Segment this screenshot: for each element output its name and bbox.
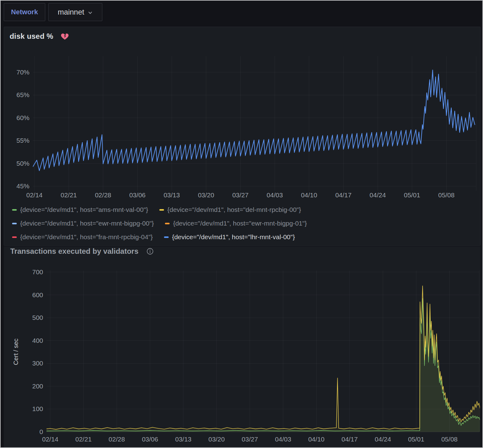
svg-text:03/27: 03/27: [232, 191, 249, 199]
legend-label[interactable]: {device="/dev/md1", host="ewr-mnt-bigpg-…: [173, 220, 307, 227]
legend-swatch-yellow: [159, 209, 164, 211]
legend-label[interactable]: {device="/dev/md1", host="ams-mnt-val-00…: [20, 206, 148, 213]
dashboard-header: Network mainnet: [1, 1, 482, 24]
svg-text:03/27: 03/27: [242, 436, 258, 443]
panel-transactions: Transactions executed by validators Cert…: [4, 246, 481, 448]
svg-text:04/24: 04/24: [375, 436, 391, 443]
svg-text:50%: 50%: [16, 160, 29, 167]
legend-item-fra-mnt-rpcbig-04[interactable]: {device="/dev/md1", host="fra-mnt-rpcbig…: [12, 233, 153, 241]
network-variable-dropdown[interactable]: mainnet: [48, 3, 102, 21]
legend-swatch-blue: [164, 236, 169, 238]
legend-label[interactable]: {device="/dev/md1", host="fra-mnt-rpcbig…: [20, 233, 153, 241]
legend-item-ams-mnt-val-00[interactable]: {device="/dev/md1", host="ams-mnt-val-00…: [12, 206, 148, 213]
transactions-chart-canvas[interactable]: 010020030040050060070002/1402/2102/2803/…: [4, 261, 481, 448]
svg-text:05/08: 05/08: [441, 436, 458, 443]
legend-swatch-light-blue: [12, 223, 17, 224]
disk-legend: {device="/dev/md1", host="ams-mnt-val-00…: [12, 205, 318, 246]
svg-text:03/06: 03/06: [142, 436, 158, 443]
svg-text:04/10: 04/10: [301, 191, 317, 199]
svg-text:04/03: 04/03: [275, 436, 291, 443]
variable-label: Network: [11, 8, 38, 16]
legend-label[interactable]: {device="/dev/md1", host="lhr-mnt-val-00…: [172, 233, 295, 241]
svg-text:02/14: 02/14: [26, 191, 43, 199]
svg-text:70%: 70%: [16, 69, 29, 76]
legend-swatch-red: [12, 236, 17, 238]
svg-text:05/08: 05/08: [438, 191, 455, 199]
legend-label[interactable]: {device="/dev/md1", host="ewr-mnt-bigpg-…: [20, 220, 154, 227]
svg-text:02/28: 02/28: [95, 191, 111, 199]
legend-label[interactable]: {device="/dev/md1", host="del-mnt-rpcbig…: [167, 206, 301, 213]
variable-value[interactable]: mainnet: [58, 8, 84, 16]
svg-text:500: 500: [32, 314, 43, 321]
legend-swatch-green: [12, 209, 17, 211]
svg-text:02/28: 02/28: [109, 436, 125, 443]
svg-text:0: 0: [39, 428, 43, 435]
svg-text:02/21: 02/21: [75, 436, 92, 443]
svg-text:02/14: 02/14: [42, 436, 59, 443]
svg-text:400: 400: [32, 337, 43, 344]
svg-text:03/13: 03/13: [175, 436, 192, 443]
chevron-down-icon: [87, 10, 93, 16]
svg-text:60%: 60%: [16, 114, 29, 121]
alert-broken-heart-icon: [60, 32, 69, 41]
svg-text:55%: 55%: [16, 137, 29, 144]
svg-text:100: 100: [32, 405, 43, 412]
svg-text:65%: 65%: [16, 91, 29, 98]
svg-text:300: 300: [32, 360, 43, 367]
svg-text:03/20: 03/20: [198, 191, 214, 199]
info-icon[interactable]: [146, 247, 154, 255]
svg-text:04/24: 04/24: [370, 191, 386, 199]
legend-item-lhr-mnt-val-00[interactable]: {device="/dev/md1", host="lhr-mnt-val-00…: [164, 233, 295, 241]
svg-text:05/01: 05/01: [404, 191, 420, 199]
svg-text:03/20: 03/20: [208, 436, 225, 443]
legend-swatch-orange: [165, 223, 170, 224]
disk-used-chart-canvas[interactable]: 45%50%55%60%65%70%02/1402/2102/2803/0603…: [4, 46, 481, 202]
panel-title-transactions[interactable]: Transactions executed by validators: [10, 247, 139, 256]
legend-item-ewr-mnt-bigpg-01[interactable]: {device="/dev/md1", host="ewr-mnt-bigpg-…: [165, 220, 307, 227]
svg-text:04/17: 04/17: [335, 191, 352, 199]
svg-text:700: 700: [32, 268, 43, 276]
svg-text:05/01: 05/01: [408, 436, 424, 443]
svg-text:600: 600: [32, 291, 43, 298]
svg-text:04/03: 04/03: [267, 191, 283, 199]
legend-item-del-mnt-rpcbig-00[interactable]: {device="/dev/md1", host="del-mnt-rpcbig…: [159, 206, 301, 213]
panel-title-disk-used[interactable]: disk used %: [10, 32, 53, 41]
variable-label-box: Network: [4, 3, 45, 21]
legend-item-ewr-mnt-bigpg-00[interactable]: {device="/dev/md1", host="ewr-mnt-bigpg-…: [12, 220, 154, 227]
svg-text:04/10: 04/10: [308, 436, 325, 443]
svg-text:45%: 45%: [16, 182, 29, 190]
svg-text:03/06: 03/06: [129, 191, 146, 199]
svg-text:04/17: 04/17: [342, 436, 358, 443]
panel-disk-used: disk used % 45%50%55%60%65%70%02/1402/21…: [4, 27, 481, 246]
svg-text:03/13: 03/13: [164, 191, 180, 199]
svg-text:02/21: 02/21: [60, 191, 77, 199]
svg-text:200: 200: [32, 383, 43, 390]
